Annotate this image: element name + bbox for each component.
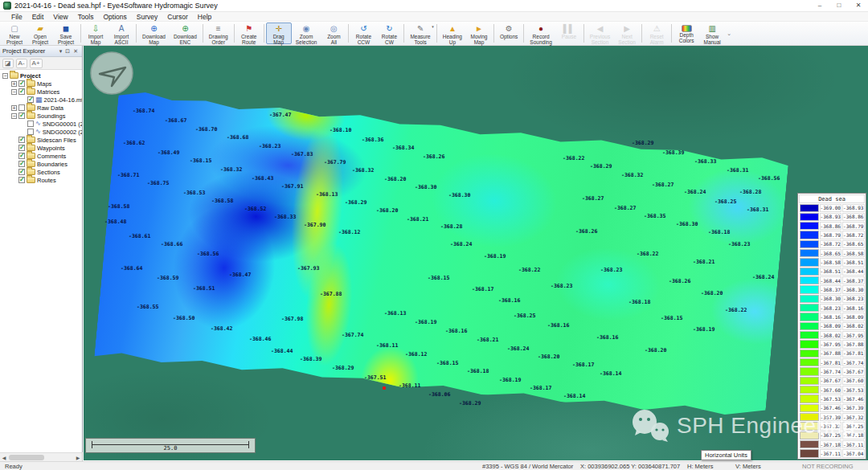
tree-item-sidescan-files[interactable]: Sidescan Files xyxy=(0,136,82,144)
scroll-left-arrow-icon[interactable]: ◀ xyxy=(0,455,8,460)
expand-icon[interactable]: + xyxy=(11,81,17,87)
scrollbar-thumb[interactable] xyxy=(9,455,44,460)
status-vertical-units[interactable]: V: Meters xyxy=(735,463,761,470)
menu-cursor[interactable]: Cursor xyxy=(162,13,193,21)
drag-map-button[interactable]: ✛Drag Map xyxy=(266,22,292,44)
open-project-button[interactable]: ▰Open Project xyxy=(27,22,53,44)
visibility-checkbox[interactable] xyxy=(18,177,25,183)
tree-item-sndg00002-20[interactable]: ∿SNDG00002 (20 xyxy=(0,128,82,136)
new-project-icon: ▢ xyxy=(10,24,18,34)
visibility-checkbox[interactable] xyxy=(18,153,25,159)
record-sounding-button[interactable]: ●Record Sounding xyxy=(526,22,555,44)
download-map-button[interactable]: ⊕Download Map xyxy=(138,22,170,44)
heading-up-button[interactable]: ▲Heading Up xyxy=(439,22,466,44)
visibility-checkbox[interactable] xyxy=(18,145,25,151)
visibility-checkbox[interactable] xyxy=(18,112,25,119)
visibility-checkbox[interactable] xyxy=(18,169,25,175)
zoom-selection-button[interactable]: ◉Zoom Selection xyxy=(292,22,321,44)
tree-item-sndg00001-20[interactable]: ∿SNDG00001 (20 xyxy=(0,120,82,128)
scroll-right-arrow-icon[interactable]: ▶ xyxy=(74,455,82,460)
tree-item-soundings[interactable]: −Soundings xyxy=(0,112,82,120)
font-decrease-button[interactable]: A- xyxy=(16,59,27,68)
visibility-checkbox[interactable] xyxy=(18,137,25,143)
panel-close-icon[interactable]: ✕ xyxy=(72,48,80,55)
tree-item-comments[interactable]: Comments xyxy=(0,152,82,160)
legend-depth-from: -367.25 xyxy=(820,431,842,439)
tree-item-waypoints[interactable]: Waypoints xyxy=(0,144,82,152)
download-map-icon: ⊕ xyxy=(150,24,157,34)
eraser-icon[interactable]: ◪ xyxy=(2,59,14,68)
panel-menu-icon[interactable]: ▾ xyxy=(58,48,64,55)
tree-item-sections[interactable]: Sections xyxy=(0,168,82,176)
visibility-checkbox[interactable] xyxy=(18,161,25,167)
open-project-label: Open Project xyxy=(32,34,48,45)
visibility-checkbox[interactable] xyxy=(18,80,25,87)
visibility-checkbox[interactable] xyxy=(27,121,34,127)
menu-tools[interactable]: Tools xyxy=(73,13,99,21)
visibility-checkbox[interactable] xyxy=(18,104,25,111)
legend-depth-from: -368.65 xyxy=(820,249,842,257)
dropdown-arrow-icon[interactable]: ▾ xyxy=(432,24,434,29)
legend-depth-to: -368.51 xyxy=(842,258,865,266)
tree-item-label: Matrices xyxy=(37,88,59,96)
toolbar-overflow-icon[interactable]: ⌄ xyxy=(727,31,731,37)
download-enc-button[interactable]: ⊕Download ENC xyxy=(170,22,201,44)
font-increase-button[interactable]: A+ xyxy=(30,59,43,68)
create-route-button[interactable]: ⚑Create Route xyxy=(236,22,262,44)
collapse-icon[interactable]: − xyxy=(11,113,17,119)
tree-item-raw-data[interactable]: +Raw Data xyxy=(0,104,82,112)
rotate-ccw-button[interactable]: ↺Rotate CCW xyxy=(350,22,376,44)
folder-icon xyxy=(27,80,35,87)
rotate-cw-button[interactable]: ↻Rotate CW xyxy=(376,22,402,44)
menu-edit[interactable]: Edit xyxy=(27,13,49,21)
reset-alarm-button[interactable]: ⚠Reset Alarm xyxy=(644,22,669,44)
visibility-checkbox[interactable] xyxy=(27,96,34,103)
tree-item-routes[interactable]: Routes xyxy=(0,176,82,184)
moving-map-button[interactable]: ►Moving Map xyxy=(466,22,492,44)
collapse-icon[interactable]: − xyxy=(11,89,17,95)
legend-depth-to: -367.74 xyxy=(842,358,865,366)
pause-button[interactable]: ▌▌Pause xyxy=(556,22,582,44)
measure-tools-button[interactable]: ✎▾Measure Tools xyxy=(406,22,434,44)
next-section-button[interactable]: ▶Next Section xyxy=(614,22,640,44)
visibility-checkbox[interactable] xyxy=(27,129,34,135)
tree-item-label: Routes xyxy=(37,177,56,184)
drawing-order-button[interactable]: ≡Drawing Order xyxy=(205,22,232,44)
tree-item-matrices[interactable]: −Matrices xyxy=(0,88,82,96)
depth-colors-button[interactable]: Depth Colors xyxy=(674,22,699,44)
minimize-button[interactable]: – xyxy=(810,0,829,11)
legend-depth-to: -367.95 xyxy=(842,331,865,339)
menu-file[interactable]: File xyxy=(6,13,27,21)
legend-depth-to: -367.39 xyxy=(842,404,865,412)
show-manual-button[interactable]: ▥Show Manual xyxy=(699,22,725,44)
new-project-button[interactable]: ▢New Project xyxy=(2,22,27,44)
tree-item-boundaries[interactable]: Boundaries xyxy=(0,160,82,168)
legend-color-swatch xyxy=(800,349,819,358)
import-map-button[interactable]: ⇩Import Map xyxy=(83,22,108,44)
pin-icon[interactable]: ⊡ xyxy=(63,48,72,55)
menu-options[interactable]: Options xyxy=(98,13,131,21)
save-project-button[interactable]: ◼Save Project xyxy=(53,22,79,44)
legend-color-swatch xyxy=(800,204,819,212)
maximize-button[interactable]: □ xyxy=(829,0,849,11)
horizontal-scrollbar[interactable]: ◀ ▶ xyxy=(0,452,83,461)
tree-item-maps[interactable]: +Maps xyxy=(0,80,82,88)
tree-item-project[interactable]: −Project xyxy=(0,72,82,80)
visibility-checkbox[interactable] xyxy=(18,88,25,95)
status-horizontal-units[interactable]: H: Meters xyxy=(687,463,714,470)
map-viewport[interactable]: -368.74-368.67-368.70-368.68-368.62-368.… xyxy=(84,46,868,460)
legend-depth-to: -368.16 xyxy=(842,304,865,312)
status-crs[interactable]: #3395 - WGS 84 / World Mercator xyxy=(482,463,573,470)
collapse-icon[interactable]: − xyxy=(2,73,8,79)
options-button[interactable]: ⚙Options xyxy=(496,22,522,44)
close-button[interactable]: ✕ xyxy=(849,0,868,11)
menu-survey[interactable]: Survey xyxy=(132,13,162,21)
zoom-all-button[interactable]: ◎Zoom All xyxy=(321,22,346,44)
previous-section-button[interactable]: ◀Previous Section xyxy=(586,22,614,44)
toolbar-separator xyxy=(671,24,672,43)
menu-help[interactable]: Help xyxy=(193,13,216,21)
import-ascii-button[interactable]: AImport ASCII xyxy=(108,22,134,44)
menu-view[interactable]: View xyxy=(48,13,72,21)
expand-icon[interactable]: + xyxy=(11,105,17,111)
tree-item-2021-04-16-mtx[interactable]: ▦2021-04-16.mtx xyxy=(0,96,82,104)
